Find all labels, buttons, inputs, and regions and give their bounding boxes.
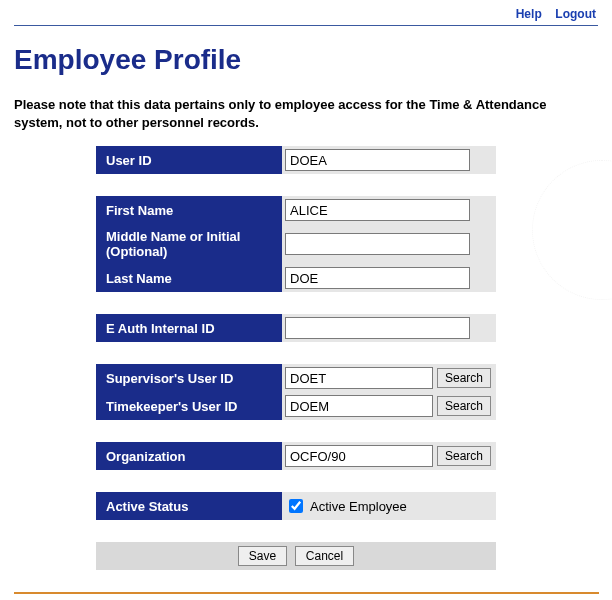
row-last-name: Last Name	[96, 264, 496, 292]
cell-middle-name	[282, 224, 496, 264]
save-button[interactable]: Save	[238, 546, 287, 566]
row-timekeeper: Timekeeper's User ID Search	[96, 392, 496, 420]
row-first-name: First Name	[96, 196, 496, 224]
middle-name-input[interactable]	[285, 233, 470, 255]
logout-link[interactable]: Logout	[555, 7, 596, 21]
row-supervisor: Supervisor's User ID Search	[96, 364, 496, 392]
row-eauth: E Auth Internal ID	[96, 314, 496, 342]
cell-eauth	[282, 314, 496, 342]
cell-active-status: Active Employee	[282, 492, 496, 520]
label-middle-name: Middle Name or Initial (Optional)	[96, 224, 282, 264]
last-name-input[interactable]	[285, 267, 470, 289]
timekeeper-search-button[interactable]: Search	[437, 396, 491, 416]
cell-last-name	[282, 264, 496, 292]
supervisor-input[interactable]	[285, 367, 433, 389]
cell-organization: Search	[282, 442, 496, 470]
label-organization: Organization	[96, 442, 282, 470]
eauth-input[interactable]	[285, 317, 470, 339]
label-supervisor: Supervisor's User ID	[96, 364, 282, 392]
active-status-checkbox[interactable]	[289, 499, 303, 513]
bottom-divider	[14, 592, 599, 594]
first-name-input[interactable]	[285, 199, 470, 221]
timekeeper-input[interactable]	[285, 395, 433, 417]
cell-user-id	[282, 146, 496, 174]
organization-search-button[interactable]: Search	[437, 446, 491, 466]
label-user-id: User ID	[96, 146, 282, 174]
button-bar: Save Cancel	[96, 542, 496, 570]
label-eauth: E Auth Internal ID	[96, 314, 282, 342]
row-middle-name: Middle Name or Initial (Optional)	[96, 224, 496, 264]
active-status-text: Active Employee	[310, 499, 407, 514]
label-timekeeper: Timekeeper's User ID	[96, 392, 282, 420]
label-first-name: First Name	[96, 196, 282, 224]
note-text: Please note that this data pertains only…	[14, 96, 598, 132]
top-links: Help Logout	[14, 0, 598, 26]
organization-input[interactable]	[285, 445, 433, 467]
label-last-name: Last Name	[96, 264, 282, 292]
supervisor-search-button[interactable]: Search	[437, 368, 491, 388]
cell-first-name	[282, 196, 496, 224]
label-active-status: Active Status	[96, 492, 282, 520]
user-id-input[interactable]	[285, 149, 470, 171]
help-link[interactable]: Help	[516, 7, 542, 21]
page-title: Employee Profile	[14, 44, 598, 76]
cell-timekeeper: Search	[282, 392, 496, 420]
cancel-button[interactable]: Cancel	[295, 546, 354, 566]
cell-supervisor: Search	[282, 364, 496, 392]
row-user-id: User ID	[96, 146, 496, 174]
row-organization: Organization Search	[96, 442, 496, 470]
row-active-status: Active Status Active Employee	[96, 492, 496, 520]
